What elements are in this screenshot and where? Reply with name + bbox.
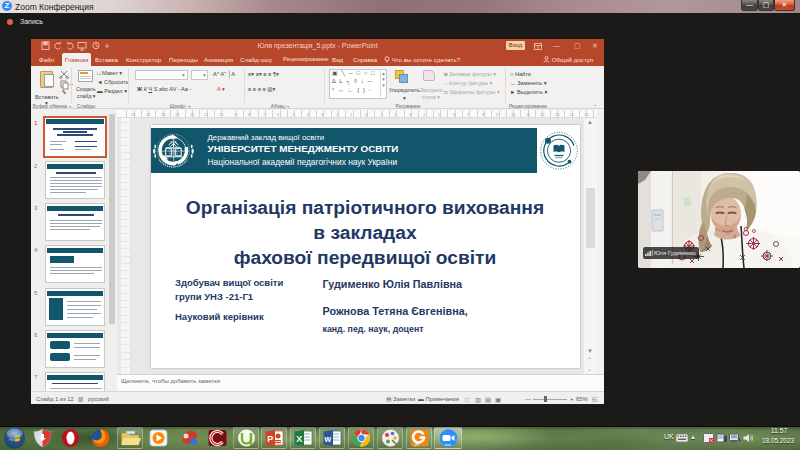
svg-text:X: X	[296, 434, 302, 444]
svg-text:zoom: zoom	[445, 444, 451, 447]
svg-text:P: P	[267, 434, 273, 444]
svg-text:QIP: QIP	[414, 443, 419, 447]
svg-text:w: w	[324, 434, 332, 444]
